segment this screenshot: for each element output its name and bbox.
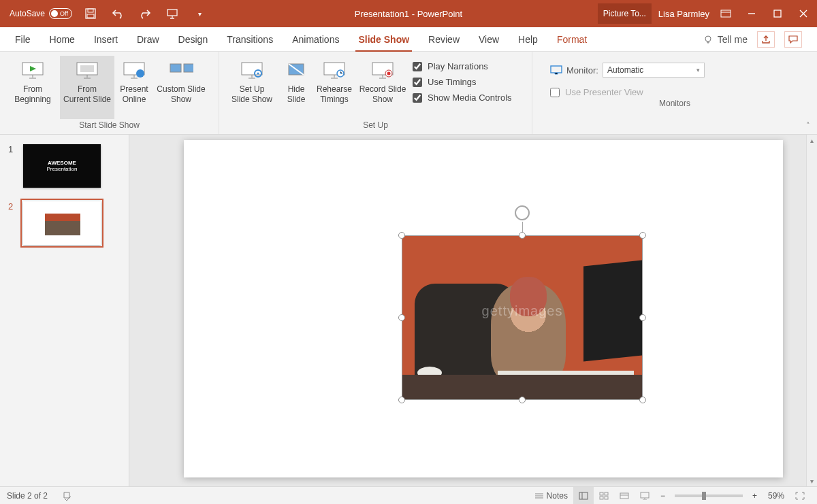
resize-handle-ne[interactable] xyxy=(639,232,646,239)
svg-point-16 xyxy=(257,73,259,75)
zoom-percent[interactable]: 59% xyxy=(763,487,790,505)
slide-canvas[interactable]: gettyimages xyxy=(184,140,783,477)
rehearse-label: Rehearse Timings xyxy=(317,84,352,105)
svg-rect-24 xyxy=(579,492,588,499)
scroll-up-icon[interactable]: ▴ xyxy=(807,135,817,146)
reading-view-button[interactable] xyxy=(614,487,635,505)
from-current-slide-button[interactable]: From Current Slide xyxy=(60,56,114,119)
picture-selection[interactable]: gettyimages xyxy=(402,235,643,400)
use-timings-check[interactable]: Use Timings xyxy=(413,77,512,87)
rotation-handle[interactable] xyxy=(515,205,530,220)
undo-icon[interactable] xyxy=(112,7,124,20)
from-beginning-button[interactable]: From Beginning xyxy=(5,56,60,119)
resize-handle-nw[interactable] xyxy=(398,232,405,239)
use-timings-checkbox[interactable] xyxy=(413,78,422,87)
autosave-toggle[interactable]: AutoSave Off xyxy=(10,8,72,19)
notes-icon xyxy=(534,492,544,500)
context-tab-picture-tools[interactable]: Picture To... xyxy=(598,3,652,24)
close-icon[interactable] xyxy=(794,4,813,23)
account-name[interactable]: Lisa Parmley xyxy=(658,9,709,19)
setup-checks: Play Narrations Use Timings Show Media C… xyxy=(410,56,516,119)
thumb1-title: AWESOME xyxy=(48,160,76,166)
tab-transitions[interactable]: Transitions xyxy=(217,27,283,52)
fit-to-window-button[interactable] xyxy=(790,487,810,505)
show-media-checkbox[interactable] xyxy=(413,93,422,103)
tell-me-search[interactable]: Tell me xyxy=(704,34,748,45)
thumb-num-2: 2 xyxy=(8,201,16,245)
monitor-select[interactable]: Automatic ▾ xyxy=(603,63,705,78)
thumb-row-1[interactable]: 1 AWESOME Presentation xyxy=(8,144,121,188)
scroll-down-icon[interactable]: ▾ xyxy=(807,475,817,486)
rehearse-timings-button[interactable]: Rehearse Timings xyxy=(313,56,355,119)
inserted-picture[interactable]: gettyimages xyxy=(402,235,643,400)
resize-handle-w[interactable] xyxy=(398,314,405,321)
collapse-ribbon-icon[interactable]: ˄ xyxy=(806,121,810,130)
resize-handle-se[interactable] xyxy=(639,397,646,403)
ribbon-tabs: File Home Insert Draw Design Transitions… xyxy=(0,27,817,52)
show-media-check[interactable]: Show Media Controls xyxy=(413,93,512,103)
maximize-icon[interactable] xyxy=(768,4,787,23)
thumbnail-slide-1[interactable]: AWESOME Presentation xyxy=(23,144,101,188)
slide-indicator[interactable]: Slide 2 of 2 xyxy=(7,491,48,501)
comments-button[interactable] xyxy=(784,31,802,48)
thumb-row-2[interactable]: 2 xyxy=(8,201,121,245)
thumb1-subtitle: Presentation xyxy=(47,166,78,172)
svg-rect-1 xyxy=(88,9,93,12)
zoom-out-button[interactable]: − xyxy=(655,487,671,505)
zoom-thumb[interactable] xyxy=(702,492,706,500)
reading-icon xyxy=(620,492,629,500)
tab-file[interactable]: File xyxy=(5,27,40,52)
present-icon[interactable] xyxy=(166,7,178,20)
pic-desk xyxy=(402,375,642,399)
set-up-slide-show-button[interactable]: Set Up Slide Show xyxy=(225,56,279,119)
toggle-switch[interactable]: Off xyxy=(49,8,72,19)
zoom-in-button[interactable]: + xyxy=(747,487,763,505)
tab-insert[interactable]: Insert xyxy=(84,27,127,52)
zoom-slider[interactable] xyxy=(675,494,743,497)
tab-slide-show[interactable]: Slide Show xyxy=(349,27,419,52)
spellcheck-button[interactable] xyxy=(57,487,78,505)
qat-dropdown-icon[interactable]: ▾ xyxy=(193,7,206,20)
play-narrations-check[interactable]: Play Narrations xyxy=(413,61,512,71)
tab-help[interactable]: Help xyxy=(509,27,547,52)
presenter-view-checkbox[interactable] xyxy=(550,88,560,97)
record-slide-show-button[interactable]: Record Slide Show xyxy=(355,56,410,119)
hide-slide-button[interactable]: Hide Slide xyxy=(279,56,313,119)
autosave-label: AutoSave xyxy=(10,9,45,18)
svg-rect-29 xyxy=(620,493,628,499)
save-icon[interactable] xyxy=(84,7,97,20)
presenter-view-check[interactable]: Use Presenter View xyxy=(550,87,805,97)
share-button[interactable] xyxy=(757,31,775,48)
monitor-label: Monitor: xyxy=(566,65,598,75)
present-online-button[interactable]: Present Online xyxy=(114,56,154,119)
tab-design[interactable]: Design xyxy=(169,27,218,52)
lightbulb-icon xyxy=(704,35,714,44)
ribbon-options-icon[interactable] xyxy=(716,4,735,23)
tab-review[interactable]: Review xyxy=(419,27,469,52)
custom-slide-show-button[interactable]: Custom Slide Show xyxy=(154,56,208,119)
tab-animations[interactable]: Animations xyxy=(283,27,349,52)
redo-icon[interactable] xyxy=(139,7,151,20)
tab-home[interactable]: Home xyxy=(40,27,84,52)
set-up-icon xyxy=(240,60,264,80)
notes-button[interactable]: Notes xyxy=(529,487,573,505)
resize-handle-sw[interactable] xyxy=(398,397,405,403)
tab-format[interactable]: Format xyxy=(547,27,596,52)
resize-handle-s[interactable] xyxy=(519,397,526,403)
play-narrations-checkbox[interactable] xyxy=(413,62,422,71)
fit-icon xyxy=(795,492,805,500)
slideshow-view-button[interactable] xyxy=(635,487,655,505)
svg-rect-3 xyxy=(167,10,177,16)
tab-view[interactable]: View xyxy=(469,27,509,52)
vertical-scrollbar[interactable]: ▴ ▾ xyxy=(806,135,817,486)
group-start-slide-show: From Beginning From Current Slide Presen… xyxy=(0,52,219,134)
minimize-icon[interactable] xyxy=(742,4,761,23)
tab-draw[interactable]: Draw xyxy=(127,27,169,52)
group-monitors: Monitor: Automatic ▾ Use Presenter View … xyxy=(532,52,817,134)
slide-canvas-area[interactable]: gettyimages ▴ ▾ xyxy=(129,135,817,486)
slide-sorter-button[interactable] xyxy=(594,487,614,505)
resize-handle-e[interactable] xyxy=(639,314,646,321)
normal-view-button[interactable] xyxy=(573,487,594,505)
resize-handle-n[interactable] xyxy=(519,232,526,239)
thumbnail-slide-2[interactable] xyxy=(23,201,101,245)
